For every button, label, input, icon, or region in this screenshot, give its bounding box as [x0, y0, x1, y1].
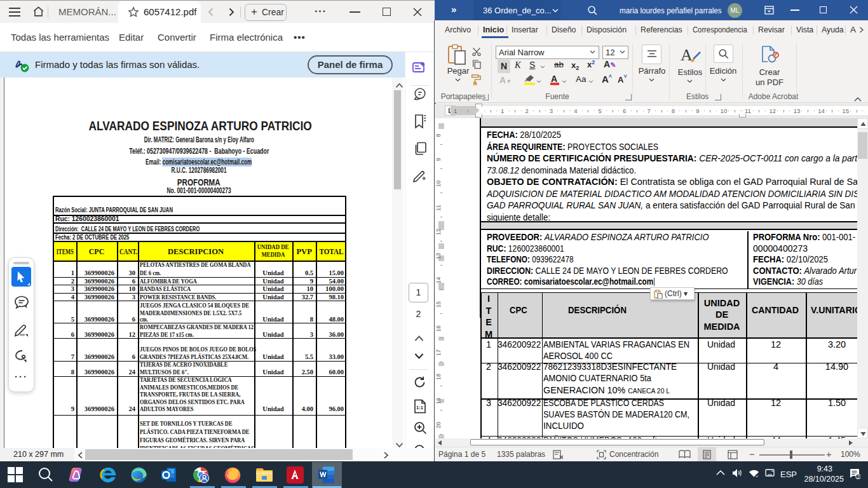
svg-text:1:1: 1:1: [416, 405, 423, 410]
svg-text:2: 2: [857, 475, 860, 479]
